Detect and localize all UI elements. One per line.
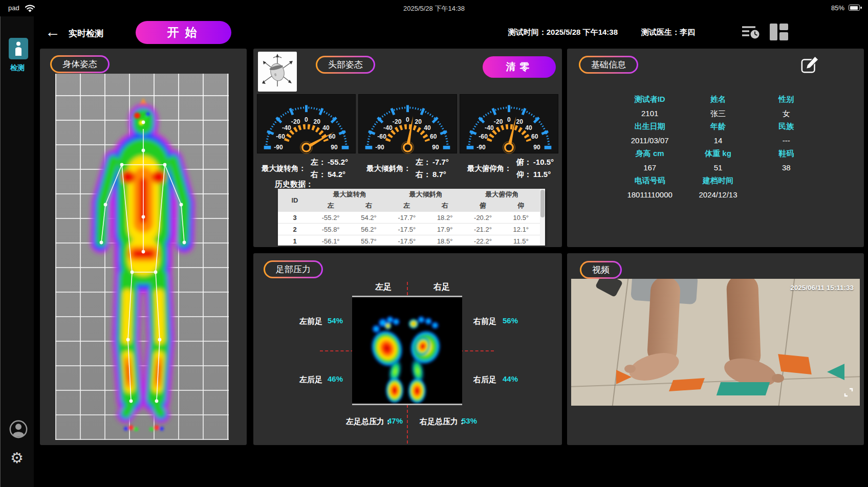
- caption-right: 仰：11.5°: [516, 170, 554, 180]
- start-button[interactable]: 开始: [136, 21, 231, 44]
- caption-left: 俯：-10.5°: [516, 158, 554, 167]
- info-field-value: ---: [752, 136, 820, 145]
- table-sub-header: 左: [312, 200, 350, 212]
- tile-grout-line: [778, 279, 796, 406]
- foot-pressure-map: [352, 296, 462, 405]
- gauge-caption-pitch: 最大俯仰角： 俯：-10.5° 仰：11.5°: [459, 156, 562, 181]
- info-field-value: 2024/12/13: [684, 190, 752, 199]
- history-data-label: 历史数据：: [275, 180, 313, 189]
- history-clock-icon[interactable]: [741, 24, 760, 42]
- head-posture-panel: 头部姿态 清零 -90-60-40-20020406090 -90-60-40-…: [253, 49, 562, 247]
- svg-text:90: 90: [432, 144, 439, 151]
- history-table: ID最大旋转角最大倾斜角最大俯仰角左右左右俯仰3-55.2°54.2°-17.7…: [278, 189, 540, 246]
- history-table-wrap: ID最大旋转角最大倾斜角最大俯仰角左右左右俯仰3-55.2°54.2°-17.7…: [278, 189, 545, 246]
- video-badge: 视频: [580, 261, 622, 279]
- edit-pencil-icon[interactable]: [800, 56, 819, 76]
- test-time-value: 2025/5/28 下午14:38: [547, 28, 618, 36]
- info-field-value: 张三: [684, 109, 752, 119]
- foot-pressure-title: 足部压力: [265, 262, 321, 277]
- svg-text:-40: -40: [282, 124, 291, 131]
- test-time-label: 测试时间：: [508, 28, 547, 36]
- teal-marker-right-foot: [717, 382, 770, 395]
- info-field-value: 女: [752, 109, 820, 119]
- orange-marker-left: [616, 370, 632, 384]
- right-leg: [726, 279, 761, 370]
- info-field-value: 18011110000: [616, 190, 684, 199]
- tile-grout-line: [612, 279, 630, 406]
- foot-pressure-panel: 足部压力 左足 右足: [253, 253, 562, 445]
- svg-text:-20: -20: [291, 118, 300, 125]
- right-forefoot-label: 右前足: [473, 317, 496, 326]
- body-thermal-image: [55, 74, 229, 440]
- svg-text:-40: -40: [485, 124, 494, 131]
- info-field: 姓名张三: [684, 95, 752, 117]
- svg-text:0: 0: [406, 116, 409, 123]
- svg-text:-20: -20: [393, 118, 402, 125]
- gear-icon[interactable]: ⚙: [10, 450, 24, 466]
- status-datetime: 2025/5/28 下午14:38: [0, 4, 868, 13]
- table-group-header: 最大俯仰角: [464, 189, 540, 200]
- caption-right: 右：54.2°: [311, 170, 348, 180]
- caption-right: 右：8.7°: [416, 170, 449, 180]
- right-total-pressure-value: 53%: [462, 416, 477, 425]
- layout-grid-icon[interactable]: [770, 24, 788, 42]
- info-field: 建档时间2024/12/13: [684, 176, 752, 198]
- header-test-info: 测试时间：2025/5/28 下午14:38 测试医生：李四: [508, 28, 695, 37]
- video-frame[interactable]: 2025/06/11 15:11:33: [571, 279, 860, 406]
- svg-text:-60: -60: [276, 133, 285, 140]
- svg-text:-20: -20: [494, 118, 503, 125]
- table-group-header: 最大旋转角: [312, 189, 388, 200]
- info-field-value: 2101: [616, 109, 684, 118]
- gauge-rotation: -90-60-40-20020406090: [257, 94, 356, 153]
- svg-text:-90: -90: [274, 144, 283, 151]
- history-table-scrollbar[interactable]: [540, 189, 545, 246]
- left-rearfoot-label: 左后足: [299, 375, 322, 385]
- teal-marker-edge: [827, 364, 844, 380]
- video-timestamp: 2025/06/11 15:11:33: [790, 284, 854, 292]
- info-field: 体重 kg51: [684, 149, 752, 171]
- caption-name: 最大旋转角：: [262, 164, 306, 173]
- tripod-foot: [595, 279, 623, 297]
- svg-text:-90: -90: [375, 144, 384, 151]
- app-screen: pad 2025/5/28 下午14:38 85% ← 实时检测 开始 测试时间…: [0, 0, 868, 487]
- right-rearfoot-value: 44%: [503, 374, 518, 383]
- info-field-label: 身高 cm: [616, 149, 684, 159]
- gauge-tilt: -90-60-40-20020406090: [358, 94, 457, 153]
- gauge-captions: 最大旋转角： 左：-55.2° 右：54.2° 最大倾斜角： 左：-7.7° 右…: [253, 156, 562, 181]
- left-forefoot-label: 左前足: [299, 317, 322, 326]
- doctor-label: 测试医生：: [641, 28, 680, 36]
- info-field-value: 167: [616, 163, 684, 172]
- table-row: 3-55.2°54.2°-17.7°18.2°-20.2°10.5°: [278, 212, 540, 224]
- info-field: 性别女: [752, 95, 820, 117]
- svg-text:-90: -90: [476, 144, 486, 151]
- body-posture-panel: 身体姿态: [40, 49, 247, 445]
- sidebar-item-detect[interactable]: [9, 38, 28, 59]
- svg-text:40: 40: [424, 124, 431, 131]
- info-field-value: 14: [684, 136, 752, 145]
- svg-text:40: 40: [322, 124, 330, 131]
- info-field-label: 出生日期: [616, 122, 684, 131]
- body-thermal-figure: [55, 74, 229, 440]
- svg-text:60: 60: [531, 133, 538, 140]
- gauge-caption-rotation: 最大旋转角： 左：-55.2° 右：54.2°: [253, 156, 356, 181]
- expand-icon[interactable]: [843, 387, 854, 400]
- gauge-pitch: -90-60-40-20020406090: [460, 94, 558, 153]
- info-field-value: 38: [752, 163, 820, 172]
- info-field: 测试者ID2101: [616, 95, 684, 117]
- table-sub-header: 右: [350, 200, 387, 212]
- table-row: 1-56.1°55.7°-17.5°18.5°-22.2°11.5°: [278, 235, 540, 246]
- orange-marker-right: [778, 354, 812, 374]
- info-field-label: 体重 kg: [684, 149, 752, 159]
- info-field-label: 测试者ID: [616, 95, 684, 104]
- table-sub-header: 左: [388, 200, 426, 212]
- info-field: 鞋码38: [752, 149, 820, 171]
- body-posture-title: 身体姿态: [52, 57, 108, 72]
- back-arrow-icon[interactable]: ←: [45, 23, 60, 41]
- info-field: 年龄14: [684, 122, 752, 144]
- table-group-header: 最大倾斜角: [388, 189, 464, 200]
- user-avatar-icon[interactable]: [9, 419, 28, 441]
- info-field-value: 51: [684, 163, 752, 172]
- caption-name: 最大俯仰角：: [467, 164, 512, 173]
- clear-button[interactable]: 清零: [483, 56, 556, 78]
- svg-text:60: 60: [430, 133, 437, 140]
